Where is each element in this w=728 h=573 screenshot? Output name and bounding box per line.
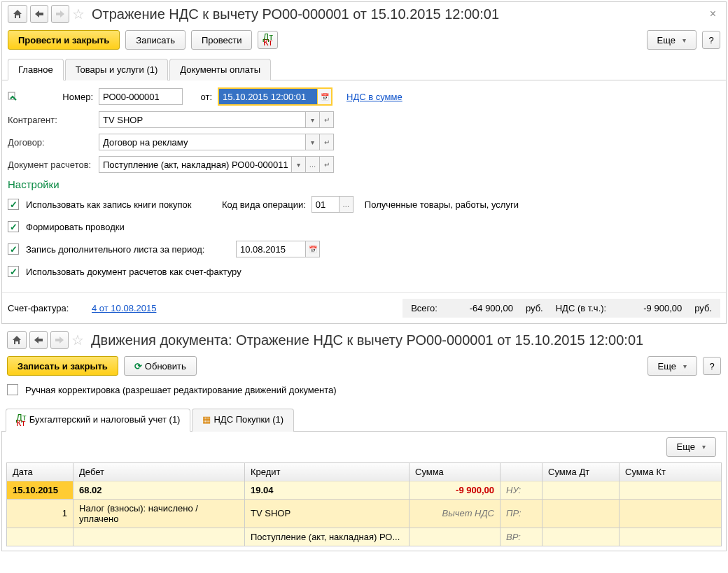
calcdoc-input[interactable] xyxy=(99,156,292,173)
chk-purchase-book[interactable]: ✓ xyxy=(8,199,19,210)
grid-row: Поступление (акт, накладная) РО... ВР: xyxy=(7,528,722,546)
forward-button[interactable] xyxy=(51,5,69,23)
calcdoc-pick-icon[interactable]: … xyxy=(306,156,320,173)
cell-debit[interactable]: 68.02 xyxy=(74,481,245,499)
col-debit[interactable]: Дебет xyxy=(74,462,245,481)
vat-deduction-panel: ☆ Отражение НДС к вычету РО00-000001 от … xyxy=(1,1,727,324)
favorite-star-icon-2[interactable]: ☆ xyxy=(71,332,84,348)
cell-tag[interactable]: ВР: xyxy=(500,528,542,546)
opkind-pick-icon[interactable]: … xyxy=(340,196,354,213)
dtkt-button[interactable]: ДтКт xyxy=(258,31,278,49)
number-input[interactable] xyxy=(99,88,183,105)
help-button[interactable]: ? xyxy=(702,31,720,49)
chk-use-calcdoc-as-invoice-label: Использовать документ расчетов как счет-… xyxy=(26,267,241,277)
movements-tabs: ДтКтБухгалтерский и налоговый учет (1) ▦… xyxy=(1,408,727,432)
movements-toolbar: Записать и закрыть ⟳Обновить Еще ? xyxy=(1,352,727,384)
chk-use-calcdoc-as-invoice[interactable]: ✓ xyxy=(8,266,19,277)
cell-sum[interactable]: -9 900,00 xyxy=(410,481,500,499)
contract-open-icon[interactable]: ↵ xyxy=(320,134,334,150)
main-tab-content: Номер: от: 📅 НДС в сумме Контрагент: ▾ ↵… xyxy=(2,80,726,292)
cell-sumkt[interactable] xyxy=(620,499,722,528)
col-sumkt[interactable]: Сумма Кт xyxy=(620,462,722,481)
cell-sumkt[interactable] xyxy=(620,528,722,546)
tab-accounting[interactable]: ДтКтБухгалтерский и налоговый учет (1) xyxy=(6,409,190,432)
forward-button-2[interactable] xyxy=(50,331,69,349)
contract-label: Договор: xyxy=(8,137,99,148)
cell-empty[interactable] xyxy=(7,528,74,546)
counterparty-open-icon[interactable]: ↵ xyxy=(320,111,334,128)
more-button[interactable]: Еще xyxy=(647,30,696,50)
chk-form-postings[interactable]: ✓ xyxy=(8,221,19,232)
cell-credit[interactable]: 19.04 xyxy=(245,481,410,499)
cell-tag[interactable]: НУ: xyxy=(500,481,542,499)
counterparty-label: Контрагент: xyxy=(8,115,99,125)
more-button-2[interactable]: Еще xyxy=(648,356,697,376)
col-date[interactable]: Дата xyxy=(7,462,74,481)
invoice-link[interactable]: 4 от 10.08.2015 xyxy=(92,303,156,313)
cell-debit[interactable] xyxy=(74,528,245,546)
col-sumdt[interactable]: Сумма Дт xyxy=(542,462,620,481)
col-tag[interactable] xyxy=(500,462,542,481)
total-value: -64 900,00 xyxy=(450,303,513,313)
tab-vat-purchases[interactable]: ▦НДС Покупки (1) xyxy=(192,409,294,432)
chk-additional-sheet[interactable]: ✓ xyxy=(8,243,19,255)
counterparty-input[interactable] xyxy=(99,111,306,128)
cell-sumdt[interactable] xyxy=(542,481,620,499)
window-title: Отражение НДС к вычету РО00-000001 от 15… xyxy=(92,6,703,22)
write-and-close-button[interactable]: Записать и закрыть xyxy=(7,356,118,376)
calendar-icon[interactable]: 📅 xyxy=(317,89,331,104)
grid-row: 1 Налог (взносы): начислено / уплачено T… xyxy=(7,499,722,528)
additional-date-calendar-icon[interactable]: 📅 xyxy=(306,241,320,257)
refresh-button[interactable]: ⟳Обновить xyxy=(124,356,197,376)
home-button[interactable] xyxy=(8,5,27,23)
contract-dropdown-icon[interactable]: ▾ xyxy=(306,134,320,150)
cell-tag[interactable]: ПР: xyxy=(500,499,542,528)
sheet-icon: ▦ xyxy=(202,414,211,425)
additional-date-input[interactable] xyxy=(236,241,306,257)
date-input[interactable] xyxy=(219,89,317,104)
opkind-hint: Полученные товары, работы, услуги xyxy=(365,199,519,210)
favorite-star-icon[interactable]: ☆ xyxy=(72,6,85,22)
cell-credit[interactable]: TV SHOP xyxy=(245,499,410,528)
main-toolbar: Провести и закрыть Записать Провести ДтК… xyxy=(2,26,726,58)
vat-mode-link[interactable]: НДС в сумме xyxy=(346,92,402,102)
counterparty-dropdown-icon[interactable]: ▾ xyxy=(306,111,320,128)
dtkt-icon: ДтКт xyxy=(16,415,27,426)
tab-goods[interactable]: Товары и услуги (1) xyxy=(65,59,169,80)
chk-manual-adjust-label: Ручная корректировка (разрешает редактир… xyxy=(25,385,337,395)
cell-date[interactable]: 15.10.2015 xyxy=(7,481,74,499)
cell-credit[interactable]: Поступление (акт, накладная) РО... xyxy=(245,528,410,546)
tab-main[interactable]: Главное xyxy=(8,59,64,80)
close-icon[interactable]: × xyxy=(706,8,720,20)
cell-sum[interactable]: Вычет НДС xyxy=(410,499,500,528)
post-and-close-button[interactable]: Провести и закрыть xyxy=(8,30,120,50)
grid-more-button[interactable]: Еще xyxy=(666,437,716,457)
home-button-2[interactable] xyxy=(7,331,27,349)
movements-title: Движения документа: Отражение НДС к выче… xyxy=(91,332,721,348)
calcdoc-label: Документ расчетов: xyxy=(8,160,99,170)
cell-n[interactable]: 1 xyxy=(7,499,74,528)
chk-purchase-book-label: Использовать как запись книги покупок xyxy=(26,199,222,210)
back-button[interactable] xyxy=(30,5,48,23)
cell-sumdt[interactable] xyxy=(542,528,620,546)
col-sum[interactable]: Сумма xyxy=(410,462,500,481)
back-button-2[interactable] xyxy=(29,331,48,349)
cell-sumkt[interactable] xyxy=(620,481,722,499)
settings-header: Настройки xyxy=(8,178,720,190)
cell-sum[interactable] xyxy=(410,528,500,546)
cell-debit[interactable]: Налог (взносы): начислено / уплачено xyxy=(74,499,245,528)
post-button[interactable]: Провести xyxy=(191,30,253,50)
calcdoc-open-icon[interactable]: ↵ xyxy=(320,156,334,173)
chk-manual-adjust[interactable] xyxy=(7,384,18,395)
write-button[interactable]: Записать xyxy=(125,30,186,50)
invoice-label: Счет-фактура: xyxy=(8,303,92,313)
opkind-input[interactable] xyxy=(312,196,340,213)
tab-payments[interactable]: Документы оплаты xyxy=(169,59,271,80)
cell-sumdt[interactable] xyxy=(542,499,620,528)
doc-status-icon xyxy=(8,91,18,101)
contract-input[interactable] xyxy=(99,134,306,150)
col-credit[interactable]: Кредит xyxy=(245,462,410,481)
help-button-2[interactable]: ? xyxy=(703,357,721,375)
calcdoc-dropdown-icon[interactable]: ▾ xyxy=(292,156,306,173)
postings-grid: Дата Дебет Кредит Сумма Сумма Дт Сумма К… xyxy=(6,462,722,546)
